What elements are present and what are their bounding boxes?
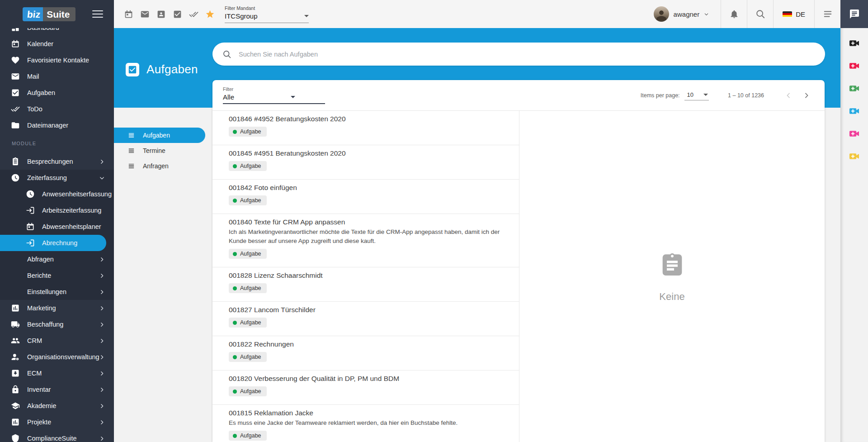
sidebar-item-crm[interactable]: CRM xyxy=(0,333,114,349)
task-row[interactable]: 001845 #4951 Beratungskosten 2020 Aufgab… xyxy=(212,145,519,180)
aufgaben-check-icon xyxy=(126,63,139,76)
chevron-right-icon xyxy=(99,289,105,295)
task-row[interactable]: 001846 #4952 Beratungskosten 2020 Aufgab… xyxy=(212,111,519,145)
graduation-cap-icon xyxy=(11,401,20,410)
next-page-button[interactable] xyxy=(797,86,816,105)
list-icon xyxy=(127,147,135,155)
task-row[interactable]: 001827 Lancom Türschilder Aufgabe xyxy=(212,302,519,336)
sidebar-item-label: Abrechnung xyxy=(42,239,77,247)
sidebar-item-marketing[interactable]: Marketing xyxy=(0,300,114,316)
star-favorites-icon[interactable] xyxy=(205,10,215,19)
check-square-icon xyxy=(11,88,20,97)
sidebar-item-label: Inventar xyxy=(27,386,51,393)
sidebar: Dashboard Kalender Favorisierte Kontakte… xyxy=(0,0,114,442)
search-button[interactable] xyxy=(747,0,773,28)
user-menu[interactable]: awagner xyxy=(642,6,721,22)
sidebar-item-mail[interactable]: Mail xyxy=(0,68,114,85)
status-dot-icon xyxy=(233,434,237,438)
dropdown-caret-icon xyxy=(703,94,708,96)
sidebar-item-besprechungen[interactable]: Besprechungen xyxy=(0,153,114,170)
sidebar-item-compliancesuite[interactable]: ComplianceSuite xyxy=(0,430,114,442)
status-dot-icon xyxy=(233,164,237,168)
sidebar-item-kalender[interactable]: Kalender xyxy=(0,36,114,52)
search-input[interactable] xyxy=(239,51,815,58)
shield-icon xyxy=(11,434,20,442)
sidebar-item-abwesenheitsplaner[interactable]: Abwesenheitsplaner xyxy=(0,219,114,235)
notifications-button[interactable] xyxy=(721,0,747,28)
user-name: awagner xyxy=(674,10,700,18)
video-call-pink-icon[interactable] xyxy=(849,128,859,139)
video-call-yellow-icon[interactable] xyxy=(849,151,859,162)
sidebar-item-favorisierte-kontakte[interactable]: Favorisierte Kontakte xyxy=(0,52,114,68)
sidebar-item-abrechnung[interactable]: Abrechnung xyxy=(0,235,106,251)
chevron-right-icon xyxy=(99,419,105,425)
status-dot-icon xyxy=(233,321,237,325)
video-call-black-icon[interactable] xyxy=(849,38,859,48)
chat-icon xyxy=(849,9,860,19)
sidebar-item-label: Dateimanager xyxy=(27,122,68,129)
sidebar-item-arbeitszeiterfassung[interactable]: Arbeitszeiterfassung xyxy=(0,202,114,219)
list-icon xyxy=(127,132,135,139)
video-call-blue-icon[interactable] xyxy=(849,106,859,116)
german-flag-icon xyxy=(783,11,792,17)
sidebar-item-label: Favorisierte Kontakte xyxy=(27,57,89,64)
chevron-down-icon xyxy=(704,12,709,17)
subnav: Aufgaben Termine Anfragen xyxy=(114,128,209,174)
status-dot-icon xyxy=(233,286,237,290)
filter-mandant-select[interactable]: Filter Mandant ITCSgroup xyxy=(225,5,309,23)
task-row[interactable]: 001842 Foto einfügen Aufgabe xyxy=(212,180,519,214)
chevron-right-icon xyxy=(99,159,105,165)
sidebar-item-organisationsverwaltung[interactable]: Organisationsverwaltung xyxy=(0,349,114,365)
sidebar-item-label: Aufgaben xyxy=(27,89,55,96)
items-per-page-select[interactable]: 10 xyxy=(684,90,709,100)
app-logo: biz Suite xyxy=(23,7,75,21)
task-row[interactable]: 001822 Rechnungen Aufgabe xyxy=(212,336,519,371)
task-row[interactable]: 001815 Reklamation Jacke Es muss eine Ja… xyxy=(212,405,519,442)
sidebar-item-ecm[interactable]: ECM xyxy=(0,365,114,381)
sidebar-item-todo[interactable]: ToDo xyxy=(0,101,114,117)
hamburger-menu-icon[interactable] xyxy=(92,8,103,20)
done-all-icon[interactable] xyxy=(189,10,198,19)
calendar-icon[interactable] xyxy=(124,10,133,19)
mail-icon[interactable] xyxy=(140,10,150,19)
chart-box-icon xyxy=(11,418,20,427)
sidebar-item-label: Abfragen xyxy=(27,256,54,263)
sidebar-item-einstellungen[interactable]: Einstellungen xyxy=(0,284,114,300)
sidebar-item-label: ECM xyxy=(27,370,42,377)
task-row[interactable]: 001828 Lizenz Schaarschmidt Aufgabe xyxy=(212,267,519,302)
previous-page-button[interactable] xyxy=(779,86,797,105)
sidebar-item-anwesenheitserfassung[interactable]: Anwesenheitserfassung xyxy=(0,186,114,202)
filter-select[interactable]: Filter Alle xyxy=(223,86,325,104)
chevron-right-icon xyxy=(99,354,105,360)
sidebar-item-akademie[interactable]: Akademie xyxy=(0,398,114,414)
tasks-icon[interactable] xyxy=(173,10,182,19)
sidebar-item-zeiterfassung[interactable]: Zeiterfassung xyxy=(0,170,114,186)
main-area: Aufgaben Aufgaben Termine Anfragen Filte… xyxy=(114,28,840,442)
status-badge: Aufgabe xyxy=(229,127,267,137)
sidebar-item-aufgaben[interactable]: Aufgaben xyxy=(0,85,114,101)
sidebar-item-dateimanager[interactable]: Dateimanager xyxy=(0,117,114,133)
sidebar-item-label: Zeiterfassung xyxy=(27,174,67,181)
sidebar-item-berichte[interactable]: Berichte xyxy=(0,267,114,284)
subnav-item-termine[interactable]: Termine xyxy=(114,143,209,158)
task-row[interactable]: 001840 Texte für CRM App anpassen Ich al… xyxy=(212,214,519,267)
task-row[interactable]: 001820 Verbesserung der Qualität in DP, … xyxy=(212,371,519,405)
language-selector[interactable]: DE xyxy=(774,10,814,18)
heart-icon xyxy=(11,56,20,65)
sidebar-item-inventar[interactable]: Inventar xyxy=(0,381,114,398)
contacts-icon[interactable] xyxy=(156,10,166,19)
sidebar-item-abfragen[interactable]: Abfragen xyxy=(0,251,114,267)
sidebar-item-projekte[interactable]: Projekte xyxy=(0,414,114,430)
list-menu-button[interactable] xyxy=(815,0,840,28)
sidebar-nav: Dashboard Kalender Favorisierte Kontakte… xyxy=(0,19,114,442)
subnav-item-anfragen[interactable]: Anfragen xyxy=(114,158,209,174)
chat-panel-button[interactable] xyxy=(840,0,868,28)
subnav-item-aufgaben[interactable]: Aufgaben xyxy=(114,128,205,143)
sidebar-item-beschaffung[interactable]: Beschaffung xyxy=(0,316,114,333)
logo-suite: Suite xyxy=(43,7,75,21)
video-call-green-icon[interactable] xyxy=(849,83,859,94)
task-card: Filter Alle Items per page: 10 1 – 10 of… xyxy=(212,80,825,442)
login-arrow-icon xyxy=(26,238,35,247)
topbar-quick-icons xyxy=(124,10,215,19)
video-call-red-icon[interactable] xyxy=(849,61,859,71)
